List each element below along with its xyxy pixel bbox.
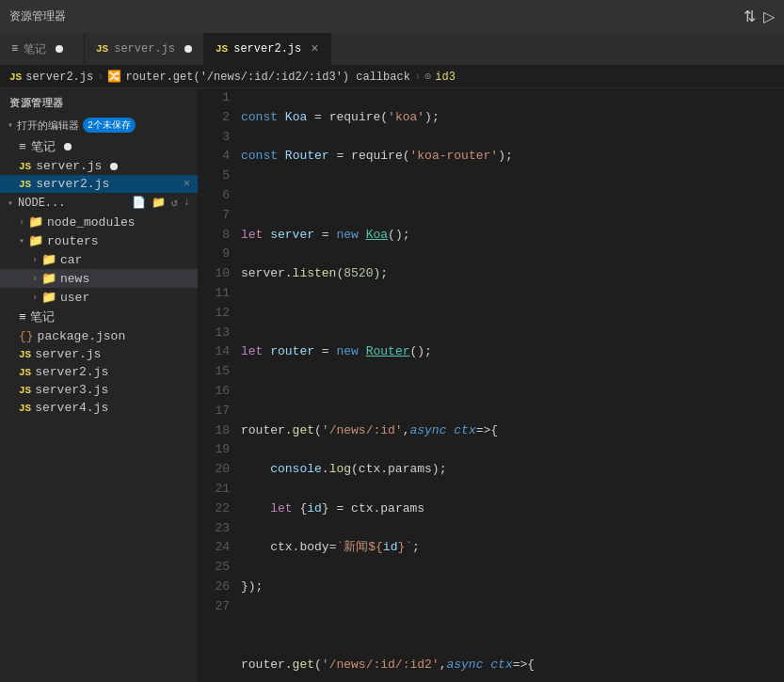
sidebar-title: 资源管理器 <box>0 88 198 114</box>
code-content[interactable]: const Koa = require('koa'); const Router… <box>237 88 784 682</box>
js-file-icon-2: JS <box>19 179 31 190</box>
open-file-serverjs[interactable]: JS server.js <box>0 157 198 175</box>
server2js-close-icon[interactable]: × <box>184 178 190 191</box>
note-file-label: 笔记 <box>30 309 55 325</box>
split-editor-button[interactable]: ⇅ <box>744 8 756 25</box>
tab-server2js[interactable]: JS server2.js × <box>204 33 331 65</box>
tree-server4js[interactable]: JS server4.js <box>0 399 198 417</box>
open-file-note[interactable]: ≡ 笔记 <box>0 136 198 157</box>
routers-label: routers <box>47 234 99 248</box>
server2js-tree-label: server2.js <box>35 365 108 379</box>
open-file-serverjs-name: server.js <box>36 159 102 173</box>
unsaved-badge: 2个未保存 <box>83 118 136 133</box>
tree-user[interactable]: › 📁 user <box>0 288 198 307</box>
node-label: NODE... <box>18 197 65 210</box>
node-section: ▾ NODE... 📄 📁 ↺ ↓ <box>0 193 198 213</box>
breadcrumb-sep2: › <box>414 71 421 84</box>
chevron-right-icon: › <box>19 217 24 228</box>
pkg-icon: {} <box>19 329 34 343</box>
node-chevron: ▾ <box>8 198 13 209</box>
tree-server3js[interactable]: JS server3.js <box>0 381 198 399</box>
tree-node-modules[interactable]: › 📁 node_modules <box>0 213 198 231</box>
car-label: car <box>60 253 82 267</box>
js-file-icon: JS <box>19 161 31 172</box>
tab-serverjs[interactable]: JS server.js <box>85 33 204 65</box>
chevron-down-icon-routers: ▾ <box>19 235 24 246</box>
js-tree-icon: JS <box>19 349 31 360</box>
chevron-right-icon-user: › <box>32 293 38 303</box>
tab-serverjs-dot <box>184 45 192 53</box>
new-file-icon[interactable]: 📄 <box>132 196 146 210</box>
tree-car[interactable]: › 📁 car <box>0 250 198 269</box>
chevron-right-icon-news: › <box>32 274 38 284</box>
note-icon: ≡ <box>19 140 26 154</box>
breadcrumb-js-icon: JS <box>9 71 22 83</box>
breadcrumb-sep1: › <box>97 71 104 84</box>
server4js-tree-label: server4.js <box>35 401 108 415</box>
js-tree-icon-4: JS <box>19 403 31 414</box>
tab-server2js-label: server2.js <box>233 42 301 56</box>
js-tree-icon-3: JS <box>19 385 31 396</box>
js-tree-icon-2: JS <box>19 367 31 378</box>
news-folder-icon: 📁 <box>41 271 56 286</box>
sidebar: 资源管理器 ▾ 打开的编辑器 2个未保存 ≡ 笔记 JS server.js J… <box>0 88 198 682</box>
title-bar-text: 资源管理器 <box>9 8 66 24</box>
serverjs-modified-dot <box>110 163 118 170</box>
breadcrumb-id3: id3 <box>435 71 456 84</box>
tab-serverjs-label: server.js <box>114 42 175 56</box>
car-folder-icon: 📁 <box>41 252 56 267</box>
node-modules-label: node_modules <box>47 215 136 230</box>
breadcrumb-file: server2.js <box>25 71 93 84</box>
tree-note[interactable]: ≡ 笔记 <box>0 307 198 327</box>
package-label: package.json <box>38 329 126 343</box>
tree-news[interactable]: › 📁 news <box>0 269 198 288</box>
tab-bar: ≡ 笔记 JS server.js JS server2.js × <box>0 33 784 66</box>
routers-folder-icon: 📁 <box>28 233 43 248</box>
title-bar: 资源管理器 ⇅ ▷ <box>0 0 784 33</box>
user-label: user <box>60 291 89 305</box>
chevron-right-icon-car: › <box>32 255 38 265</box>
editor-area[interactable]: 12345 678910 1112131415 1617181920 21222… <box>198 88 784 682</box>
breadcrumb-route: router.get('/news/:id/:id2/:id3') callba… <box>125 71 409 84</box>
tree-serverjs[interactable]: JS server.js <box>0 345 198 363</box>
chevron-down-icon: ▾ <box>8 119 13 131</box>
tab-server2js-close[interactable]: × <box>311 41 318 56</box>
folder-icon: 📁 <box>28 214 43 230</box>
open-editors-section[interactable]: ▾ 打开的编辑器 2个未保存 <box>0 114 198 136</box>
breadcrumb-route-icon: 🔀 <box>107 70 121 84</box>
note-modified-dot <box>64 143 72 151</box>
breadcrumb: JS server2.js › 🔀 router.get('/news/:id/… <box>0 66 784 88</box>
run-button[interactable]: ▷ <box>763 8 775 25</box>
open-file-server2js-name: server2.js <box>36 177 109 191</box>
pencil-icon: ≡ <box>11 42 18 56</box>
tree-server2js[interactable]: JS server2.js <box>0 363 198 381</box>
tab-note-dot <box>56 45 63 53</box>
open-editors-label: 打开的编辑器 <box>17 119 79 133</box>
tab-note[interactable]: ≡ 笔记 <box>0 33 85 65</box>
node-icons: 📄 📁 ↺ ↓ <box>132 196 190 210</box>
open-file-server2js[interactable]: JS server2.js × <box>0 175 198 193</box>
js-icon-2: JS <box>216 43 228 55</box>
tree-routers[interactable]: ▾ 📁 routers <box>0 231 198 250</box>
refresh-icon[interactable]: ↺ <box>171 196 178 210</box>
tab-note-label: 笔记 <box>24 41 46 57</box>
line-numbers: 12345 678910 1112131415 1617181920 21222… <box>198 88 237 682</box>
user-folder-icon: 📁 <box>41 290 56 305</box>
serverjs-tree-label: server.js <box>35 347 101 361</box>
collapse-icon[interactable]: ↓ <box>184 196 190 210</box>
js-icon: JS <box>96 43 108 55</box>
open-file-note-name: 笔记 <box>31 138 56 155</box>
new-folder-icon[interactable]: 📁 <box>152 196 166 210</box>
main-layout: 资源管理器 ▾ 打开的编辑器 2个未保存 ≡ 笔记 JS server.js J… <box>0 88 784 682</box>
news-label: news <box>60 272 89 286</box>
breadcrumb-symbol-icon: ⊙ <box>424 70 431 84</box>
server3js-tree-label: server3.js <box>35 383 108 397</box>
title-bar-actions: ⇅ ▷ <box>744 8 775 25</box>
tree-package[interactable]: {} package.json <box>0 327 198 345</box>
note-file-icon: ≡ <box>19 310 26 325</box>
